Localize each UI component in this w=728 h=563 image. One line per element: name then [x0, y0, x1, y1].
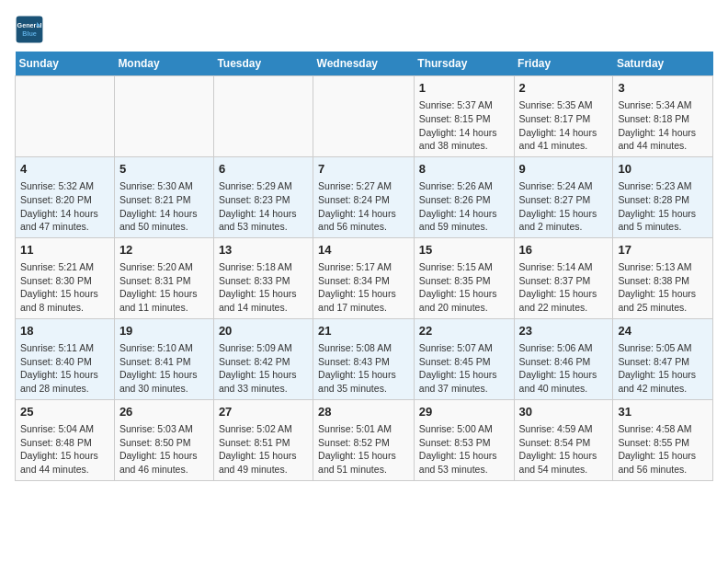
day-number: 26 — [119, 404, 209, 420]
day-info: Sunrise: 5:03 AM Sunset: 8:50 PM Dayligh… — [119, 422, 209, 477]
calendar-cell: 24Sunrise: 5:05 AM Sunset: 8:47 PM Dayli… — [613, 318, 713, 399]
day-number: 14 — [318, 242, 409, 259]
calendar-cell — [16, 76, 115, 157]
day-header-sunday: Sunday — [16, 52, 115, 76]
day-info: Sunrise: 5:23 AM Sunset: 8:28 PM Dayligh… — [618, 179, 708, 234]
day-info: Sunrise: 5:04 AM Sunset: 8:48 PM Dayligh… — [20, 422, 109, 477]
day-number: 28 — [318, 404, 409, 420]
day-header-thursday: Thursday — [414, 52, 514, 76]
day-number: 4 — [20, 161, 109, 178]
day-number: 22 — [419, 323, 509, 339]
day-number: 20 — [219, 323, 308, 339]
day-info: Sunrise: 5:13 AM Sunset: 8:38 PM Dayligh… — [618, 260, 708, 315]
day-number: 18 — [20, 323, 109, 339]
calendar-header-row: SundayMondayTuesdayWednesdayThursdayFrid… — [16, 52, 713, 76]
calendar-cell: 4Sunrise: 5:32 AM Sunset: 8:20 PM Daylig… — [16, 156, 115, 237]
calendar-cell: 5Sunrise: 5:30 AM Sunset: 8:21 PM Daylig… — [114, 156, 213, 237]
calendar-week-row: 18Sunrise: 5:11 AM Sunset: 8:40 PM Dayli… — [16, 318, 713, 399]
day-info: Sunrise: 5:05 AM Sunset: 8:47 PM Dayligh… — [618, 341, 708, 396]
calendar-cell: 3Sunrise: 5:34 AM Sunset: 8:18 PM Daylig… — [613, 76, 713, 157]
calendar-cell: 6Sunrise: 5:29 AM Sunset: 8:23 PM Daylig… — [213, 156, 313, 237]
day-info: Sunrise: 5:20 AM Sunset: 8:31 PM Dayligh… — [119, 260, 209, 315]
day-info: Sunrise: 5:09 AM Sunset: 8:42 PM Dayligh… — [219, 341, 308, 396]
calendar-cell: 19Sunrise: 5:10 AM Sunset: 8:41 PM Dayli… — [114, 318, 213, 399]
svg-text:Blue: Blue — [22, 29, 37, 38]
day-number: 2 — [519, 80, 609, 97]
calendar-cell: 25Sunrise: 5:04 AM Sunset: 8:48 PM Dayli… — [16, 399, 115, 480]
day-number: 11 — [20, 242, 109, 259]
day-number: 1 — [419, 80, 509, 97]
day-header-wednesday: Wednesday — [313, 52, 415, 76]
day-info: Sunrise: 5:24 AM Sunset: 8:27 PM Dayligh… — [519, 179, 609, 234]
calendar-table: SundayMondayTuesdayWednesdayThursdayFrid… — [15, 52, 713, 481]
day-number: 10 — [618, 161, 708, 178]
day-header-tuesday: Tuesday — [213, 52, 313, 76]
day-info: Sunrise: 4:58 AM Sunset: 8:55 PM Dayligh… — [618, 422, 708, 477]
day-info: Sunrise: 5:11 AM Sunset: 8:40 PM Dayligh… — [20, 341, 109, 396]
calendar-cell: 2Sunrise: 5:35 AM Sunset: 8:17 PM Daylig… — [514, 76, 613, 157]
calendar-cell: 27Sunrise: 5:02 AM Sunset: 8:51 PM Dayli… — [213, 399, 313, 480]
logo: General Blue — [15, 15, 48, 44]
day-info: Sunrise: 5:08 AM Sunset: 8:43 PM Dayligh… — [318, 341, 409, 396]
day-info: Sunrise: 5:34 AM Sunset: 8:18 PM Dayligh… — [618, 98, 708, 153]
calendar-cell: 21Sunrise: 5:08 AM Sunset: 8:43 PM Dayli… — [313, 318, 415, 399]
calendar-week-row: 11Sunrise: 5:21 AM Sunset: 8:30 PM Dayli… — [16, 237, 713, 318]
day-number: 9 — [519, 161, 609, 178]
day-number: 5 — [119, 161, 209, 178]
day-number: 27 — [219, 404, 308, 420]
logo-icon: General Blue — [15, 15, 44, 44]
calendar-cell: 14Sunrise: 5:17 AM Sunset: 8:34 PM Dayli… — [313, 237, 415, 318]
day-info: Sunrise: 5:10 AM Sunset: 8:41 PM Dayligh… — [119, 341, 209, 396]
calendar-cell: 15Sunrise: 5:15 AM Sunset: 8:35 PM Dayli… — [414, 237, 514, 318]
day-header-saturday: Saturday — [613, 52, 713, 76]
day-number: 6 — [219, 161, 308, 178]
calendar-cell: 31Sunrise: 4:58 AM Sunset: 8:55 PM Dayli… — [613, 399, 713, 480]
calendar-cell: 22Sunrise: 5:07 AM Sunset: 8:45 PM Dayli… — [414, 318, 514, 399]
calendar-cell: 7Sunrise: 5:27 AM Sunset: 8:24 PM Daylig… — [313, 156, 415, 237]
day-number: 25 — [20, 404, 109, 420]
day-number: 3 — [618, 80, 708, 97]
day-info: Sunrise: 5:37 AM Sunset: 8:15 PM Dayligh… — [419, 98, 509, 153]
day-number: 8 — [419, 161, 509, 178]
day-info: Sunrise: 5:30 AM Sunset: 8:21 PM Dayligh… — [119, 179, 209, 234]
day-number: 29 — [419, 404, 509, 420]
day-number: 24 — [618, 323, 708, 339]
calendar-cell — [213, 76, 313, 157]
calendar-cell: 23Sunrise: 5:06 AM Sunset: 8:46 PM Dayli… — [514, 318, 613, 399]
day-number: 15 — [419, 242, 509, 259]
calendar-cell: 9Sunrise: 5:24 AM Sunset: 8:27 PM Daylig… — [514, 156, 613, 237]
calendar-cell — [313, 76, 415, 157]
day-info: Sunrise: 5:26 AM Sunset: 8:26 PM Dayligh… — [419, 179, 509, 234]
day-info: Sunrise: 5:14 AM Sunset: 8:37 PM Dayligh… — [519, 260, 609, 315]
day-number: 7 — [318, 161, 409, 178]
day-info: Sunrise: 5:02 AM Sunset: 8:51 PM Dayligh… — [219, 422, 308, 477]
day-info: Sunrise: 5:27 AM Sunset: 8:24 PM Dayligh… — [318, 179, 409, 234]
day-info: Sunrise: 5:35 AM Sunset: 8:17 PM Dayligh… — [519, 98, 609, 153]
calendar-cell: 12Sunrise: 5:20 AM Sunset: 8:31 PM Dayli… — [114, 237, 213, 318]
day-info: Sunrise: 5:15 AM Sunset: 8:35 PM Dayligh… — [419, 260, 509, 315]
day-info: Sunrise: 5:06 AM Sunset: 8:46 PM Dayligh… — [519, 341, 609, 396]
calendar-cell: 17Sunrise: 5:13 AM Sunset: 8:38 PM Dayli… — [613, 237, 713, 318]
day-info: Sunrise: 5:21 AM Sunset: 8:30 PM Dayligh… — [20, 260, 109, 315]
day-info: Sunrise: 5:17 AM Sunset: 8:34 PM Dayligh… — [318, 260, 409, 315]
day-info: Sunrise: 5:32 AM Sunset: 8:20 PM Dayligh… — [20, 179, 109, 234]
calendar-cell: 10Sunrise: 5:23 AM Sunset: 8:28 PM Dayli… — [613, 156, 713, 237]
calendar-week-row: 4Sunrise: 5:32 AM Sunset: 8:20 PM Daylig… — [16, 156, 713, 237]
calendar-cell: 1Sunrise: 5:37 AM Sunset: 8:15 PM Daylig… — [414, 76, 514, 157]
day-info: Sunrise: 5:07 AM Sunset: 8:45 PM Dayligh… — [419, 341, 509, 396]
calendar-cell: 11Sunrise: 5:21 AM Sunset: 8:30 PM Dayli… — [16, 237, 115, 318]
day-header-monday: Monday — [114, 52, 213, 76]
day-number: 19 — [119, 323, 209, 339]
calendar-week-row: 25Sunrise: 5:04 AM Sunset: 8:48 PM Dayli… — [16, 399, 713, 480]
calendar-cell: 30Sunrise: 4:59 AM Sunset: 8:54 PM Dayli… — [514, 399, 613, 480]
calendar-cell: 18Sunrise: 5:11 AM Sunset: 8:40 PM Dayli… — [16, 318, 115, 399]
calendar-cell: 20Sunrise: 5:09 AM Sunset: 8:42 PM Dayli… — [213, 318, 313, 399]
page-header: General Blue — [15, 15, 713, 44]
day-number: 30 — [519, 404, 609, 420]
day-number: 17 — [618, 242, 708, 259]
day-info: Sunrise: 5:18 AM Sunset: 8:33 PM Dayligh… — [219, 260, 308, 315]
calendar-cell: 26Sunrise: 5:03 AM Sunset: 8:50 PM Dayli… — [114, 399, 213, 480]
day-info: Sunrise: 5:00 AM Sunset: 8:53 PM Dayligh… — [419, 422, 509, 477]
calendar-cell: 28Sunrise: 5:01 AM Sunset: 8:52 PM Dayli… — [313, 399, 415, 480]
calendar-cell — [114, 76, 213, 157]
